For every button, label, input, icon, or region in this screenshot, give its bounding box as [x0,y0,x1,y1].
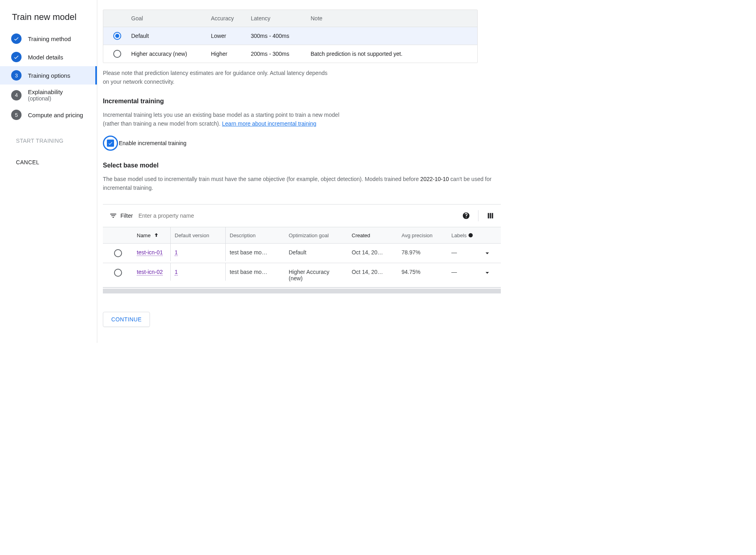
cell-description: test base mo… [226,263,285,281]
models-table: Filter Name Default v [103,204,501,288]
goal-row-default[interactable]: Default Lower 300ms - 400ms [103,27,477,45]
cell-optimization: Default [285,244,348,261]
goal-table: Goal Accuracy Latency Note Default Lower… [103,10,478,63]
filter-icon[interactable] [109,212,117,220]
arrow-up-icon [153,232,159,238]
step-number-icon: 3 [11,70,22,81]
basemodel-cutoff-date: 2022-10-10 [420,176,449,182]
table-row[interactable]: test-icn-02 1 test base mo… Higher Accur… [103,263,501,287]
col-labels[interactable]: Labels [447,227,477,243]
svg-point-0 [469,233,473,238]
cell-optimization: Higher Accuracy (new) [285,263,348,287]
goal-table-header: Goal Accuracy Latency Note [103,10,477,27]
step-label: Training options [28,72,70,79]
horizontal-scrollbar[interactable] [103,289,501,293]
chevron-down-icon [483,249,491,257]
col-goal: Goal [131,15,211,22]
filter-label: Filter [120,213,133,219]
separator [478,210,478,221]
col-note: Note [311,15,477,22]
checkbox-checked-icon[interactable] [107,140,114,147]
radio-checked-icon[interactable] [113,32,121,40]
expand-row-button[interactable] [477,244,497,263]
col-accuracy: Accuracy [211,15,251,22]
radio-unchecked-icon[interactable] [114,249,122,257]
expand-row-button[interactable] [477,263,497,282]
step-compute-pricing[interactable]: 5 Compute and pricing [0,106,97,124]
goal-note: Batch prediction is not supported yet. [311,51,477,57]
basemodel-body-pre: The base model used to incrementally tra… [103,176,420,182]
page-title: Train new model [0,8,97,30]
select-base-model-title: Select base model [103,162,504,169]
models-table-header: Name Default version Description Optimiz… [103,227,501,244]
step-label: Model details [28,54,63,61]
goal-accuracy: Higher [211,51,251,57]
step-number-icon: 4 [11,90,22,100]
enable-incremental-checkbox-row[interactable]: Enable incremental training [103,136,504,151]
cell-created: Oct 14, 20… [348,244,398,261]
step-sublabel: (optional) [28,95,63,102]
sidebar: Train new model Training method Model de… [0,0,97,343]
col-default-version[interactable]: Default version [171,227,226,243]
step-training-options[interactable]: 3 Training options [0,66,97,85]
col-latency: Latency [251,15,311,22]
goal-latency: 300ms - 400ms [251,33,311,39]
learn-more-link[interactable]: Learn more about incremental training [222,120,317,127]
continue-button[interactable]: CONTINUE [103,312,150,327]
filter-input[interactable] [138,213,462,219]
cell-version[interactable]: 1 [171,263,226,281]
start-training-button[interactable]: START TRAINING [16,134,97,148]
step-label: Explainability [28,89,63,95]
step-label: Training method [28,35,71,42]
filter-bar: Filter [103,205,501,227]
step-explainability[interactable]: 4 Explainability (optional) [0,85,97,106]
goal-name: Higher accuracy (new) [131,51,211,57]
help-icon[interactable] [462,212,470,220]
col-optimization-goal[interactable]: Optimization goal [285,227,348,243]
col-created[interactable]: Created [348,227,398,243]
select-base-model-body: The base model used to incrementally tra… [103,175,504,193]
goal-name: Default [131,33,211,39]
col-labels-label: Labels [451,232,467,238]
columns-icon[interactable] [486,212,494,220]
cell-labels: — [447,244,477,261]
col-description[interactable]: Description [226,227,285,243]
main-content: Goal Accuracy Latency Note Default Lower… [97,0,504,343]
latency-footnote: Please note that prediction latency esti… [103,69,334,87]
cancel-button[interactable]: CANCEL [16,155,97,169]
check-icon [11,52,22,62]
col-name-label: Name [137,232,151,238]
radio-unchecked-icon[interactable] [114,269,122,277]
incremental-training-body: Incremental training lets you use an exi… [103,110,342,128]
col-name[interactable]: Name [133,227,171,243]
cell-description: test base mo… [226,244,285,261]
help-icon [468,232,473,238]
goal-row-higher-accuracy[interactable]: Higher accuracy (new) Higher 200ms - 300… [103,45,477,63]
checkbox-focus-ring [103,136,118,151]
cell-version[interactable]: 1 [171,244,226,261]
check-icon [11,33,22,44]
table-row[interactable]: test-icn-01 1 test base mo… Default Oct … [103,244,501,263]
col-avg-precision[interactable]: Avg precision [398,227,447,243]
goal-accuracy: Lower [211,33,251,39]
cell-precision: 78.97% [398,244,447,261]
step-training-method[interactable]: Training method [0,30,97,48]
cell-labels: — [447,263,477,281]
incremental-training-title: Incremental training [103,98,504,105]
cell-name[interactable]: test-icn-02 [133,263,171,281]
goal-latency: 200ms - 300ms [251,51,311,57]
step-number-icon: 5 [11,110,22,120]
radio-unchecked-icon[interactable] [113,50,121,58]
step-model-details[interactable]: Model details [0,48,97,66]
cell-name[interactable]: test-icn-01 [133,244,171,261]
step-label: Compute and pricing [28,112,83,118]
cell-precision: 94.75% [398,263,447,281]
enable-incremental-label: Enable incremental training [119,140,187,146]
chevron-down-icon [483,269,491,277]
cell-created: Oct 14, 20… [348,263,398,281]
